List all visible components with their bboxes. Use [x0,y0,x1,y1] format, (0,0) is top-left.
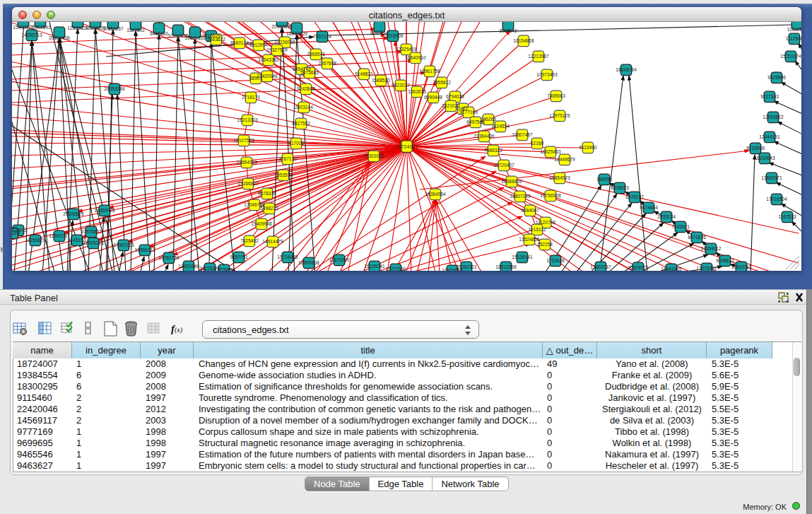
svg-text:16107553: 16107553 [233,138,254,143]
svg-text:9146821: 9146821 [355,71,373,76]
svg-text:5498222: 5498222 [260,206,278,211]
svg-text:18807249: 18807249 [510,194,531,199]
svg-text:19218906: 19218906 [382,33,404,38]
svg-text:6479197: 6479197 [625,194,644,199]
svg-text:16958117: 16958117 [135,247,155,252]
svg-text:7663822: 7663822 [207,37,225,42]
svg-text:6794028: 6794028 [446,94,464,99]
svg-text:11156829: 11156829 [25,238,46,243]
svg-text:11441955: 11441955 [661,267,682,271]
svg-text:18724007: 18724007 [396,144,418,149]
svg-text:9084067: 9084067 [521,208,539,213]
svg-text:17275367: 17275367 [696,266,717,271]
svg-text:8660124: 8660124 [230,40,249,45]
svg-text:2366546: 2366546 [307,52,325,57]
svg-text:9242848: 9242848 [297,86,315,91]
svg-text:1362615: 1362615 [408,89,426,94]
svg-text:7485063: 7485063 [547,93,565,98]
svg-text:9657791: 9657791 [230,255,248,259]
svg-text:14359928: 14359928 [94,208,115,213]
svg-text:8427552: 8427552 [292,121,310,126]
svg-text:2718170: 2718170 [242,95,260,100]
svg-text:15409948: 15409948 [251,221,272,226]
svg-text:10973493: 10973493 [536,72,558,77]
svg-text:11579240: 11579240 [329,257,350,262]
svg-text:1112546: 1112546 [786,36,801,41]
svg-text:746266: 746266 [481,117,496,122]
svg-text:8678334: 8678334 [258,191,276,196]
svg-text:13524855: 13524855 [519,237,540,242]
svg-text:9227343: 9227343 [760,94,779,99]
svg-text:8215958: 8215958 [746,146,765,151]
svg-text:12942757: 12942757 [49,233,70,238]
svg-text:12449579: 12449579 [554,157,575,162]
svg-text:18513358: 18513358 [495,264,517,269]
svg-text:16210643: 16210643 [754,156,775,160]
svg-text:10807487: 10807487 [512,132,533,137]
svg-text:11120746: 11120746 [536,220,556,225]
svg-text:12093822: 12093822 [763,115,784,119]
svg-text:19654933: 19654933 [236,160,257,165]
svg-text:7632621: 7632621 [671,224,690,229]
svg-text:16961758: 16961758 [419,69,440,74]
svg-text:10025433: 10025433 [540,149,561,154]
svg-text:19777560: 19777560 [385,267,406,271]
svg-text:7986322: 7986322 [484,148,502,153]
svg-text:7357224: 7357224 [313,34,331,39]
svg-text:10688609: 10688609 [501,179,522,184]
svg-text:13692971: 13692971 [761,175,782,180]
svg-text:9777169: 9777169 [459,110,478,115]
svg-text:12905135: 12905135 [83,240,104,245]
svg-text:13325419: 13325419 [396,47,417,52]
svg-text:2367608: 2367608 [318,61,336,66]
svg-text:14914479: 14914479 [262,239,283,244]
svg-text:19166827: 19166827 [237,181,259,186]
svg-text:17957225: 17957225 [113,243,134,247]
svg-text:9329996: 9329996 [767,75,786,80]
svg-text:25262301: 25262301 [456,264,477,269]
svg-text:62160: 62160 [531,141,544,146]
svg-text:8471676: 8471676 [688,235,706,240]
svg-text:164095: 164095 [596,177,612,182]
svg-text:12923448: 12923448 [178,264,199,269]
svg-text:1588520: 1588520 [372,78,390,83]
svg-text:98901: 98901 [249,76,263,81]
svg-text:25902541: 25902541 [30,25,51,30]
svg-text:16135241: 16135241 [364,264,385,269]
svg-text:25302035: 25302035 [363,153,384,158]
svg-text:10653267: 10653267 [102,26,124,31]
svg-text:12975125: 12975125 [549,113,570,118]
svg-text:16648784: 16648784 [616,67,637,72]
svg-text:417006: 417006 [288,141,304,146]
svg-text:10756928: 10756928 [540,193,561,198]
svg-text:1527602: 1527602 [126,28,145,33]
svg-text:16543382: 16543382 [258,57,279,62]
svg-text:1353594: 1353594 [274,173,293,177]
svg-text:19384554: 19384554 [425,192,446,197]
svg-text:11132546: 11132546 [787,27,801,32]
svg-text:12213987: 12213987 [528,54,549,59]
svg-text:252254: 252254 [537,242,553,247]
svg-text:9245612: 9245612 [716,258,734,263]
svg-text:8912954: 8912954 [249,42,268,47]
svg-text:20691406: 20691406 [49,35,70,40]
svg-text:13602037: 13602037 [590,264,611,269]
svg-text:1167533: 1167533 [778,214,796,219]
svg-text:17016504: 17016504 [766,197,787,201]
svg-text:7625402: 7625402 [240,238,259,243]
svg-text:23778696: 23778696 [213,267,235,271]
svg-text:9474444: 9474444 [640,205,658,210]
svg-text:15716485: 15716485 [277,255,298,259]
svg-text:2935134: 2935134 [657,214,676,219]
svg-text:15720407: 15720407 [493,163,514,168]
svg-text:1733426: 1733426 [546,258,565,263]
svg-text:10629072: 10629072 [628,265,649,270]
svg-text:21364436: 21364436 [473,134,495,139]
svg-text:1615112: 1615112 [528,227,546,232]
svg-text:5322037: 5322037 [392,83,410,88]
svg-text:16154808: 16154808 [513,38,534,43]
svg-text:6990448: 6990448 [424,95,442,100]
svg-text:16033809: 16033809 [286,31,307,36]
svg-text:5875685: 5875685 [300,70,319,75]
svg-text:2087642: 2087642 [499,28,517,33]
